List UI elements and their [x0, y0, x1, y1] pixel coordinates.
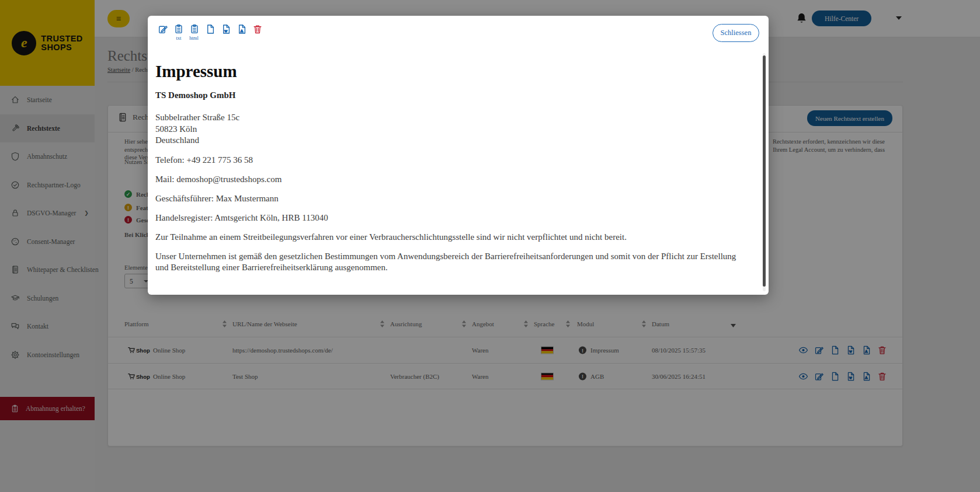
html-export-label: html [185, 35, 203, 41]
delete-icon[interactable] [252, 24, 263, 34]
company-register: Handelsregister: Amtsgericht Köln, HRB 1… [155, 212, 745, 224]
company-name: TS Demoshop GmbH [155, 90, 745, 100]
accessibility-paragraph: Unser Unternehmen ist gemäß den gesetzli… [155, 251, 745, 273]
impressum-content: Impressum TS Demoshop GmbH Subbelrather … [155, 48, 745, 273]
company-phone: Telefon: +49 221 775 36 58 [155, 155, 745, 166]
file-word-icon[interactable] [221, 24, 231, 34]
close-modal-button[interactable]: Schliessen [713, 24, 759, 42]
impressum-title: Impressum [155, 61, 745, 81]
dispute-paragraph: Zur Teilnahme an einem Streitbeilegungsv… [155, 232, 745, 243]
file-icon[interactable] [205, 24, 216, 34]
company-address: Subbelrather Straße 15c 50823 Köln Deuts… [155, 112, 745, 146]
company-mail: Mail: demoshop@trustedshops.com [155, 174, 745, 185]
app-root: e TRUSTED SHOPS Startseite Rechtstexte A… [0, 0, 980, 492]
file-pdf-icon[interactable] [237, 24, 247, 34]
modal-scrollbar-thumb[interactable] [763, 55, 766, 287]
impressum-modal: txt html Schliessen Impressum TS Demosho… [148, 16, 769, 295]
copy-txt-icon[interactable] [173, 24, 184, 34]
txt-export-label: txt [171, 35, 186, 41]
edit-icon[interactable] [158, 24, 168, 34]
copy-html-icon[interactable] [189, 24, 200, 34]
company-ceo: Geschäftsführer: Max Mustermann [155, 193, 745, 204]
